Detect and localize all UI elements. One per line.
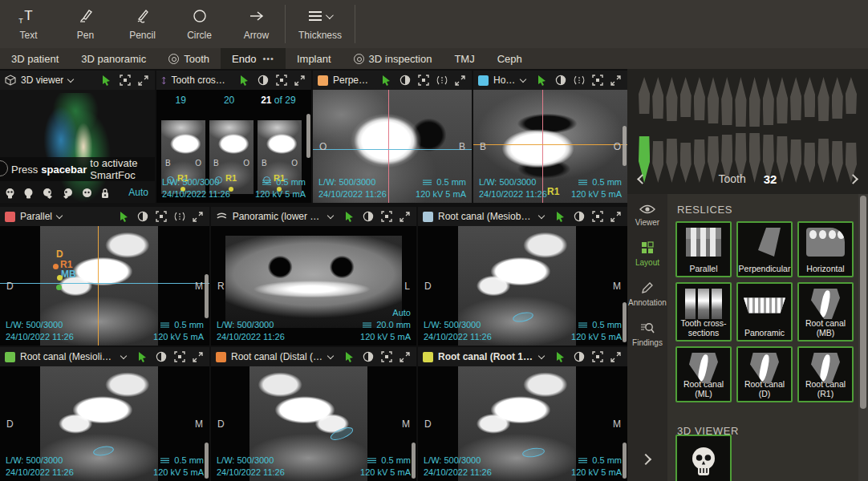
reslice-tile-root-canal-ml[interactable]: Root canal (ML) xyxy=(675,346,732,402)
tooth-chart-upper-row[interactable] xyxy=(639,77,857,127)
reslice-tile-root-canal-r1[interactable]: Root canal (R1) xyxy=(797,346,854,402)
fit-view-icon[interactable] xyxy=(118,74,132,87)
chevron-down-icon[interactable] xyxy=(120,352,127,358)
slice-scrollbar[interactable] xyxy=(306,114,310,158)
chevron-down-icon[interactable] xyxy=(327,212,334,218)
chevron-down-icon[interactable] xyxy=(56,212,63,218)
chevron-down-icon[interactable] xyxy=(327,352,334,358)
cursor-tool-icon[interactable] xyxy=(343,350,356,364)
cursor-tool-icon[interactable] xyxy=(237,74,251,87)
fullscreen-icon[interactable] xyxy=(398,210,412,224)
tooth-upper-14[interactable] xyxy=(817,77,829,121)
slice-scrollbar[interactable] xyxy=(412,443,416,479)
cross-sections-view[interactable]: 19 20 21 of 29 BO R1 BO R1 BO R1 L/W: 50 xyxy=(156,90,311,203)
3d-render-view[interactable]: Press spacebar to activate SmartFoc Auto xyxy=(0,90,155,203)
perpendicular-slice-view[interactable]: O B L/W: 500/3000 24/10/2022 11:26 0.5 m… xyxy=(313,90,472,203)
panoramic-view[interactable]: R L Auto L/W: 500/3000 24/10/2022 11:26 … xyxy=(211,226,416,346)
tooth-upper-7[interactable] xyxy=(721,77,732,125)
reslice-tile-panoramic[interactable]: Panoramic xyxy=(736,282,793,342)
fit-view-icon[interactable] xyxy=(379,210,393,224)
tooth-upper-11[interactable] xyxy=(777,77,788,123)
reslice-tile-horizontal[interactable]: Horizontal xyxy=(797,221,854,277)
tooth-upper-12[interactable] xyxy=(790,77,801,120)
fit-view-icon[interactable] xyxy=(590,350,604,364)
cursor-tool-icon[interactable] xyxy=(554,350,567,364)
circle-tool-button[interactable]: Circle xyxy=(171,0,228,48)
cursor-tool-icon[interactable] xyxy=(117,210,131,224)
sidebar-scrollbar[interactable] xyxy=(858,194,868,481)
contrast-icon[interactable] xyxy=(554,74,567,87)
previous-tooth-button[interactable] xyxy=(637,174,647,184)
tooth-upper-16[interactable] xyxy=(846,77,857,114)
tab-endo[interactable]: Endo••• xyxy=(221,48,286,69)
slice-scrollbar[interactable] xyxy=(623,443,627,479)
viewport-horizontal[interactable]: Horizontal B O R1 L/W: 500/3000 24/10/20… xyxy=(473,71,627,203)
root-canal-d-view[interactable]: D M L/W: 500/3000 24/10/2022 11:26 0.5 m… xyxy=(211,366,416,481)
fullscreen-icon[interactable] xyxy=(609,74,623,87)
viewport-perpendicular[interactable]: Perpendicular O B L/W: 500/3000 24/10/20… xyxy=(313,71,472,203)
fullscreen-icon[interactable] xyxy=(191,210,205,224)
fullscreen-icon[interactable] xyxy=(191,350,205,364)
chevron-down-icon[interactable] xyxy=(67,75,74,82)
fullscreen-icon[interactable] xyxy=(398,350,412,364)
skull-back-view-icon[interactable] xyxy=(23,188,34,200)
3d-viewer-tile-skull[interactable] xyxy=(675,435,732,481)
cursor-tool-icon[interactable] xyxy=(379,74,393,87)
slice-scrollbar[interactable] xyxy=(205,443,209,479)
collapse-panel-chevron[interactable] xyxy=(640,454,651,465)
slice-scrollbar[interactable] xyxy=(623,302,627,342)
rotate-slice-icon[interactable] xyxy=(435,74,448,87)
viewport-parallel[interactable]: Parallel D M D R1 MB xyxy=(0,207,209,346)
contrast-icon[interactable] xyxy=(361,210,375,224)
skull-front-view-icon[interactable] xyxy=(5,188,15,200)
tooth-upper-4[interactable] xyxy=(680,77,692,117)
rotate-slice-icon[interactable] xyxy=(172,210,186,224)
tooth-upper-10[interactable] xyxy=(763,77,774,125)
fit-view-icon[interactable] xyxy=(154,210,168,224)
auto-mode-label[interactable]: Auto xyxy=(128,187,148,198)
skull-top-view-icon[interactable] xyxy=(82,188,92,200)
fit-view-icon[interactable] xyxy=(172,350,186,364)
tooth-upper-3[interactable] xyxy=(666,77,677,121)
root-canal-r1-view[interactable]: D M L/W: 500/3000 24/10/2022 11:26 0.5 m… xyxy=(418,366,627,481)
tab-tmj[interactable]: TMJ xyxy=(443,48,485,69)
reslice-tile-root-canal-d[interactable]: Root canal (D) xyxy=(736,346,793,402)
skull-right-view-icon[interactable] xyxy=(42,188,54,200)
tooth-upper-9[interactable] xyxy=(749,77,761,127)
horizontal-slice-view[interactable]: B O R1 L/W: 500/3000 24/10/2022 11:26 0.… xyxy=(473,90,627,203)
slice-scrollbar[interactable] xyxy=(623,126,627,166)
viewport-root-canal-mb[interactable]: Root canal (Mesiobuccal (MB)) D M L/W: 5… xyxy=(418,207,627,346)
fit-view-icon[interactable] xyxy=(590,210,604,224)
fullscreen-icon[interactable] xyxy=(293,74,306,87)
slice-scrollbar[interactable] xyxy=(205,274,209,318)
fit-view-icon[interactable] xyxy=(379,350,393,364)
fullscreen-icon[interactable] xyxy=(609,350,623,364)
skull-left-view-icon[interactable] xyxy=(62,188,74,200)
viewport-root-canal-r1[interactable]: Root canal (Root 1 (R1)) D M L/W: 500/30… xyxy=(418,347,627,481)
reslice-tile-cross-sections[interactable]: Tooth cross-sections xyxy=(675,282,732,342)
fit-view-icon[interactable] xyxy=(274,74,288,87)
tab-3d-patient[interactable]: 3D patient xyxy=(0,48,70,69)
cursor-tool-icon[interactable] xyxy=(136,350,149,364)
chevron-down-icon[interactable] xyxy=(538,212,545,218)
contrast-icon[interactable] xyxy=(361,350,375,364)
contrast-icon[interactable] xyxy=(572,210,586,224)
viewport-3d-viewer[interactable]: 3D viewer Press spacebar to activate Sma… xyxy=(0,71,155,203)
tooth-upper-1[interactable] xyxy=(639,77,650,114)
sidebar-item-layout[interactable]: Layout xyxy=(635,241,659,267)
arrow-tool-button[interactable]: Arrow xyxy=(228,0,285,48)
fullscreen-icon[interactable] xyxy=(609,210,623,224)
tooth-upper-8[interactable] xyxy=(735,77,746,127)
tooth-upper-15[interactable] xyxy=(832,77,843,119)
viewport-panoramic[interactable]: Panoramic (lower arch) R L Auto L/W: 500… xyxy=(211,207,416,346)
cursor-tool-icon[interactable] xyxy=(343,210,356,224)
reslice-tile-parallel[interactable]: Parallel xyxy=(675,221,732,277)
cursor-tool-icon[interactable] xyxy=(535,74,549,87)
fit-view-icon[interactable] xyxy=(590,74,604,87)
viewport-root-canal-d[interactable]: Root canal (Distal (D)) D M L/W: 500/300… xyxy=(211,347,416,481)
thickness-dropdown[interactable]: Thickness xyxy=(286,0,355,48)
next-tooth-button[interactable] xyxy=(848,174,858,184)
tab-3d-inspection[interactable]: 3D inspection xyxy=(343,48,444,69)
tab-3d-panoramic[interactable]: 3D panoramic xyxy=(70,48,157,69)
viewport-root-canal-ml[interactable]: Root canal (Mesiolingual (ML)) D M L/W: … xyxy=(0,347,209,481)
